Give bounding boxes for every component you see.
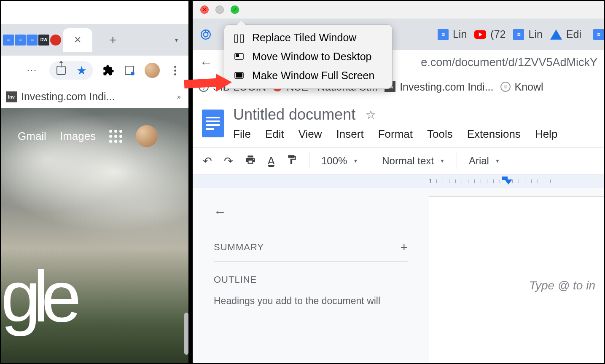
at-mention-placeholder: Type @ to in bbox=[529, 279, 595, 292]
outline-panel: ← SUMMARY + OUTLINE Headings you add to … bbox=[193, 188, 429, 363]
google-logo: gle bbox=[1, 255, 74, 338]
menu-extensions[interactable]: Extensions bbox=[467, 128, 521, 141]
chrome-menu-icon[interactable] bbox=[169, 64, 181, 76]
toolbar-separator bbox=[457, 153, 457, 169]
ruler[interactable]: 1 bbox=[193, 174, 604, 188]
docs-favicon-icon: ≡ bbox=[438, 29, 449, 40]
youtube-favicon-icon bbox=[474, 30, 486, 39]
add-summary-button[interactable]: + bbox=[400, 240, 408, 254]
tab-favicon-docs-icon[interactable]: ≡ bbox=[3, 35, 14, 46]
tab-docs-lin2[interactable]: ≡ Lin bbox=[513, 28, 542, 40]
tab-label: Lin bbox=[528, 28, 542, 40]
outline-hint-text: Headings you add to the document will bbox=[214, 294, 408, 308]
target-favicon-icon bbox=[200, 29, 211, 40]
menu-move-label: Move Window to Desktop bbox=[252, 51, 371, 63]
chevron-down-icon: ▼ bbox=[353, 158, 358, 164]
scrollbar[interactable] bbox=[184, 313, 188, 355]
minimize-window-button[interactable] bbox=[215, 5, 224, 14]
font-value: Arial bbox=[469, 155, 489, 167]
fullscreen-window-button[interactable]: ⤢ bbox=[231, 5, 239, 14]
google-docs-logo-icon[interactable] bbox=[202, 110, 224, 137]
stacked-tabs-right[interactable] bbox=[200, 29, 211, 40]
menu-insert[interactable]: Insert bbox=[336, 128, 364, 141]
google-newtab-content: Gmail Images gle bbox=[1, 108, 188, 363]
svg-rect-3 bbox=[236, 73, 242, 78]
docs-favicon-icon: ≡ bbox=[513, 29, 524, 40]
menu-move-desktop[interactable]: Move Window to Desktop bbox=[224, 47, 392, 66]
chevron-down-icon: ▼ bbox=[495, 158, 500, 164]
outline-collapse-button[interactable]: ← bbox=[214, 205, 408, 219]
left-bookmarks-bar: Inv Investing.com Indi... » bbox=[1, 85, 188, 108]
outline-heading: OUTLINE bbox=[214, 274, 257, 285]
fullscreen-icon bbox=[234, 72, 245, 80]
profile-avatar[interactable] bbox=[145, 63, 160, 78]
knowl-favicon-icon bbox=[500, 82, 511, 92]
style-dropdown[interactable]: Normal text▼ bbox=[382, 155, 445, 167]
address-text[interactable]: e.com/document/d/1ZVV5AdMickY bbox=[421, 56, 597, 69]
document-title[interactable]: Untitled document bbox=[233, 106, 355, 123]
tile-icon: ▯▯ bbox=[234, 32, 245, 44]
spellcheck-button[interactable]: A̲ bbox=[268, 155, 274, 167]
toolbar-separator bbox=[309, 153, 309, 169]
menu-fullscreen-label: Make Window Full Screen bbox=[252, 70, 374, 82]
redo-button[interactable]: ↷ bbox=[224, 155, 233, 168]
bookmark-investing[interactable]: Inv Investing.com Indi... bbox=[385, 81, 493, 93]
menu-fullscreen[interactable]: Make Window Full Screen bbox=[224, 66, 392, 85]
docs-menu-bar: File Edit View Insert Format Tools Exten… bbox=[233, 128, 557, 141]
investing-favicon-icon: Inv bbox=[6, 91, 17, 102]
zoom-dropdown[interactable]: 100%▼ bbox=[321, 155, 358, 167]
bookmark-label: Investing.com Indi... bbox=[400, 81, 493, 93]
tab-label: Edi bbox=[566, 28, 581, 40]
new-tab-button[interactable]: + bbox=[109, 33, 117, 47]
tab-favicon-last-icon[interactable]: ≡ bbox=[593, 29, 604, 40]
tab-favicon-docs2-icon[interactable]: ≡ bbox=[15, 35, 26, 46]
svg-rect-1 bbox=[236, 54, 239, 57]
google-apps-icon[interactable] bbox=[109, 130, 122, 143]
google-header-links: Gmail Images bbox=[18, 125, 158, 147]
font-dropdown[interactable]: Arial▼ bbox=[469, 155, 500, 167]
extensions-icon[interactable] bbox=[102, 64, 114, 76]
undo-button[interactable]: ↶ bbox=[203, 155, 212, 168]
bookmark-star-icon[interactable]: ★ bbox=[75, 64, 87, 76]
tab-edi[interactable]: Edi bbox=[550, 28, 581, 40]
left-toolbar: ⋯ ★ bbox=[1, 56, 188, 85]
menu-file[interactable]: File bbox=[233, 128, 251, 141]
desktop-icon bbox=[234, 53, 245, 61]
menu-replace-label: Replace Tiled Window bbox=[252, 32, 356, 44]
bookmarks-overflow-icon[interactable]: » bbox=[177, 93, 181, 101]
tab-favicon-red-icon[interactable] bbox=[50, 35, 61, 46]
paint-format-button[interactable] bbox=[286, 154, 297, 168]
share-button[interactable] bbox=[55, 64, 67, 76]
menu-edit[interactable]: Edit bbox=[265, 128, 284, 141]
star-document-icon[interactable]: ☆ bbox=[366, 108, 376, 122]
gmail-link[interactable]: Gmail bbox=[18, 130, 46, 143]
menu-view[interactable]: View bbox=[298, 128, 322, 141]
bookmark-investing[interactable]: Investing.com Indi... bbox=[21, 91, 115, 103]
tab-favicon-dw-icon[interactable]: DW bbox=[38, 35, 49, 46]
menu-format[interactable]: Format bbox=[378, 128, 413, 141]
tab-youtube[interactable]: (72 bbox=[474, 28, 506, 40]
menu-replace-tiled[interactable]: ▯▯ Replace Tiled Window bbox=[224, 28, 392, 47]
close-window-button[interactable]: ✕ bbox=[200, 5, 209, 14]
close-tab-icon[interactable]: ✕ bbox=[74, 35, 81, 46]
tab-docs-lin[interactable]: ≡ Lin bbox=[438, 28, 467, 40]
bookmark-label: Knowl bbox=[515, 81, 543, 93]
active-tab[interactable]: ✕ bbox=[63, 28, 92, 52]
ruler-number: 1 bbox=[429, 178, 432, 185]
tab-overflow-button[interactable]: ▾ bbox=[175, 37, 178, 43]
stacked-tabs[interactable]: ≡ ≡ ≡ DW bbox=[3, 35, 61, 46]
bookmark-knowl[interactable]: Knowl bbox=[500, 81, 543, 93]
menu-tools[interactable]: Tools bbox=[427, 128, 453, 141]
images-link[interactable]: Images bbox=[60, 130, 96, 143]
menu-help[interactable]: Help bbox=[535, 128, 557, 141]
summary-heading: SUMMARY bbox=[214, 242, 264, 253]
side-panel-icon[interactable] bbox=[124, 64, 135, 76]
docs-toolbar: ↶ ↷ A̲ 100%▼ Normal text▼ Arial▼ bbox=[193, 147, 604, 174]
tab-label: Lin bbox=[453, 28, 467, 40]
document-page[interactable]: Type @ to in bbox=[429, 196, 604, 363]
print-button[interactable] bbox=[245, 154, 256, 168]
tab-favicon-docs3-icon[interactable]: ≡ bbox=[27, 35, 38, 46]
google-account-avatar[interactable] bbox=[136, 125, 158, 147]
back-button[interactable]: ← bbox=[199, 55, 213, 70]
indent-marker-bottom[interactable] bbox=[505, 179, 512, 185]
